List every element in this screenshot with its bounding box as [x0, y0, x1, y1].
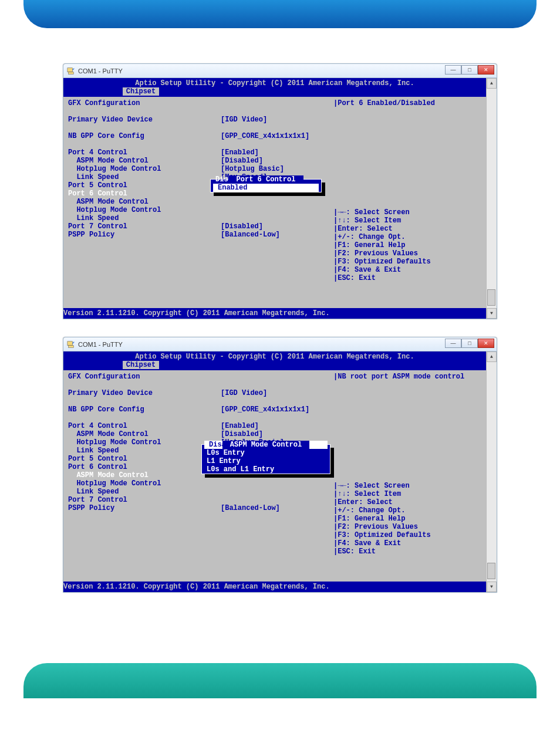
tab-chipset[interactable]: Chipset: [123, 87, 159, 96]
titlebar[interactable]: COM1 - PuTTY — □ ✕: [63, 337, 497, 351]
value-port4: [Enabled]: [221, 422, 326, 430]
setting-nb-gpp[interactable]: NB GPP Core Config: [68, 132, 221, 140]
window-controls: — □ ✕: [445, 339, 494, 348]
key-hint: →←: Select Screen: [338, 482, 409, 490]
setting-port4-hotplug[interactable]: Hotplug Mode Control: [68, 165, 221, 173]
putty-window-1: COM1 - PuTTY — □ ✕ Aptio Setup Utility -…: [63, 63, 497, 319]
svg-rect-1: [69, 72, 74, 74]
setting-port7[interactable]: Port 7 Control: [68, 222, 221, 231]
bios-version: Version 2.11.1210. Copyright (C) 2011 Am…: [63, 583, 486, 591]
minimize-button[interactable]: —: [445, 65, 461, 75]
key-hint: F4: Save & Exit: [338, 539, 401, 547]
svg-rect-3: [68, 341, 73, 345]
window-title: COM1 - PuTTY: [78, 341, 123, 348]
key-hint: +/-: Change Opt.: [338, 233, 405, 241]
putty-icon: [67, 67, 75, 75]
setting-port4-aspm[interactable]: ASPM Mode Control: [68, 157, 221, 165]
key-hint: →←: Select Screen: [338, 208, 409, 217]
scrollbar[interactable]: ▲ ▼: [486, 78, 497, 319]
page-footer-banner: [23, 663, 537, 698]
scrollbar[interactable]: ▲ ▼: [486, 351, 497, 592]
setting-port6-link[interactable]: Link Speed: [68, 214, 221, 222]
setting-pspp[interactable]: PSPP Policy: [68, 231, 221, 239]
setting-port6-aspm-selected[interactable]: ASPM Mode Control: [68, 471, 221, 479]
value-primary-video: [IGD Video]: [221, 389, 326, 397]
value-pspp: [Balanced-Low]: [221, 504, 326, 512]
key-hint: ESC: Exit: [338, 274, 376, 282]
setting-primary-video[interactable]: Primary Video Device: [68, 389, 221, 397]
page-header-banner: [23, 0, 537, 28]
setting-port6-aspm[interactable]: ASPM Mode Control: [68, 198, 221, 206]
bios-body: GFX Configuration Primary Video Device[I…: [63, 370, 486, 582]
value-port4-aspm: [Disabled]: [221, 430, 326, 438]
terminal-area: Aptio Setup Utility - Copyright (C) 2011…: [63, 351, 497, 592]
key-hint: F4: Save & Exit: [338, 266, 401, 274]
setting-nb-gpp[interactable]: NB GPP Core Config: [68, 405, 221, 414]
key-hint: ↑↓: Select Item: [338, 217, 401, 225]
value-port4-aspm: [Disabled]: [221, 157, 326, 165]
bios-header: Aptio Setup Utility - Copyright (C) 2011…: [63, 78, 486, 97]
scroll-up-icon[interactable]: ▲: [487, 78, 497, 89]
tab-chipset[interactable]: Chipset: [123, 361, 159, 369]
value-port4-hotplug: [Hotplug Basic]: [221, 165, 326, 173]
minimize-button[interactable]: —: [445, 339, 461, 348]
key-hint: F1: General Help: [338, 241, 405, 249]
maximize-button[interactable]: □: [461, 65, 478, 75]
setting-port4[interactable]: Port 4 Control: [68, 422, 221, 430]
scroll-down-icon[interactable]: ▼: [487, 308, 497, 319]
popup-option-l0s[interactable]: L0s Entry: [202, 449, 330, 457]
titlebar[interactable]: COM1 - PuTTY — □ ✕: [63, 64, 497, 78]
setting-port4[interactable]: Port 4 Control: [68, 148, 221, 157]
key-hint: ↑↓: Select Item: [338, 490, 401, 498]
maximize-button[interactable]: □: [461, 339, 478, 348]
setting-port6-selected[interactable]: Port 6 Control: [68, 190, 221, 198]
window-title: COM1 - PuTTY: [78, 67, 123, 75]
setting-port4-link[interactable]: Link Speed: [68, 173, 221, 181]
popup-option-l0s-l1[interactable]: L0s and L1 Entry: [202, 465, 330, 474]
terminal-area: Aptio Setup Utility - Copyright (C) 2011…: [63, 78, 497, 319]
key-help: |→←: Select Screen |↑↓: Select Item |Ent…: [333, 482, 486, 556]
svg-rect-4: [69, 345, 74, 347]
key-hint: Enter: Select: [338, 225, 393, 233]
key-help: |→←: Select Screen |↑↓: Select Item |Ent…: [333, 208, 486, 282]
key-hint: ESC: Exit: [338, 547, 376, 556]
window-controls: — □ ✕: [445, 65, 494, 75]
key-hint: +/-: Change Opt.: [338, 506, 405, 515]
svg-rect-0: [68, 67, 73, 72]
value-nb-gpp: [GPP_CORE_x4x1x1x1x1]: [221, 405, 326, 414]
close-button[interactable]: ✕: [478, 65, 494, 75]
key-hint: F2: Previous Values: [338, 523, 418, 531]
popup-option-enabled[interactable]: Enabled: [213, 184, 319, 192]
scroll-up-icon[interactable]: ▲: [487, 351, 497, 362]
setting-port6-link[interactable]: Link Speed: [68, 488, 221, 496]
setting-port5[interactable]: Port 5 Control: [68, 181, 221, 190]
setting-port4-link[interactable]: Link Speed: [68, 447, 221, 455]
help-text: Port 6 Enabled/Disabled: [338, 99, 435, 107]
bios-title: Aptio Setup Utility - Copyright (C) 2011…: [63, 79, 486, 87]
scroll-down-icon[interactable]: ▼: [487, 582, 497, 592]
setting-port6[interactable]: Port 6 Control: [68, 463, 221, 471]
setting-port4-hotplug[interactable]: Hotplug Mode Control: [68, 438, 221, 447]
setting-primary-video[interactable]: Primary Video Device: [68, 116, 221, 124]
value-pspp: [Balanced-Low]: [221, 231, 326, 239]
setting-pspp[interactable]: PSPP Policy: [68, 504, 221, 512]
setting-port6-hotplug[interactable]: Hotplug Mode Control: [68, 479, 221, 488]
setting-port5[interactable]: Port 5 Control: [68, 455, 221, 463]
scroll-thumb[interactable]: [487, 563, 495, 579]
popup-option-l1[interactable]: L1 Entry: [202, 457, 330, 465]
setting-port7[interactable]: Port 7 Control: [68, 496, 221, 504]
setting-port4-aspm[interactable]: ASPM Mode Control: [68, 430, 221, 438]
key-hint: F1: General Help: [338, 515, 405, 523]
key-hint: F3: Optimized Defaults: [338, 531, 430, 539]
svg-line-5: [73, 342, 75, 343]
help-description: |Port 6 Enabled/Disabled: [333, 99, 474, 107]
putty-icon: [67, 340, 75, 349]
page-heading: GFX Configuration: [68, 99, 221, 107]
value-port4: [Enabled]: [221, 148, 326, 157]
setting-port6-hotplug[interactable]: Hotplug Mode Control: [68, 206, 221, 214]
close-button[interactable]: ✕: [478, 339, 494, 348]
popup-port6-control: Port 6 Control Disabled Enabled: [210, 179, 322, 192]
scroll-thumb[interactable]: [487, 289, 495, 306]
putty-window-2: COM1 - PuTTY — □ ✕ Aptio Setup Utility -…: [63, 337, 497, 593]
tab-row: Chipset: [63, 361, 486, 369]
